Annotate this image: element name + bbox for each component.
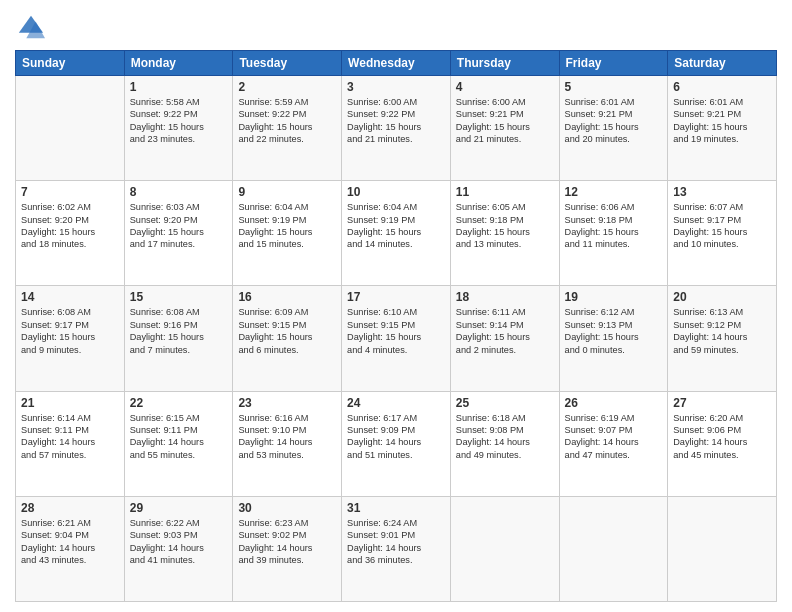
day-number: 13 [673,185,771,199]
calendar-cell: 11Sunrise: 6:05 AM Sunset: 9:18 PM Dayli… [450,181,559,286]
day-info: Sunrise: 6:02 AM Sunset: 9:20 PM Dayligh… [21,201,119,251]
day-info: Sunrise: 6:05 AM Sunset: 9:18 PM Dayligh… [456,201,554,251]
calendar-cell: 13Sunrise: 6:07 AM Sunset: 9:17 PM Dayli… [668,181,777,286]
day-info: Sunrise: 6:04 AM Sunset: 9:19 PM Dayligh… [347,201,445,251]
day-number: 23 [238,396,336,410]
day-number: 14 [21,290,119,304]
day-info: Sunrise: 6:13 AM Sunset: 9:12 PM Dayligh… [673,306,771,356]
day-number: 2 [238,80,336,94]
day-info: Sunrise: 6:00 AM Sunset: 9:21 PM Dayligh… [456,96,554,146]
day-info: Sunrise: 6:08 AM Sunset: 9:17 PM Dayligh… [21,306,119,356]
day-number: 4 [456,80,554,94]
day-number: 20 [673,290,771,304]
day-info: Sunrise: 6:15 AM Sunset: 9:11 PM Dayligh… [130,412,228,462]
calendar-week-row: 21Sunrise: 6:14 AM Sunset: 9:11 PM Dayli… [16,391,777,496]
day-info: Sunrise: 6:23 AM Sunset: 9:02 PM Dayligh… [238,517,336,567]
calendar-cell: 27Sunrise: 6:20 AM Sunset: 9:06 PM Dayli… [668,391,777,496]
day-number: 3 [347,80,445,94]
day-info: Sunrise: 6:00 AM Sunset: 9:22 PM Dayligh… [347,96,445,146]
day-number: 10 [347,185,445,199]
day-number: 22 [130,396,228,410]
day-of-week-header: Tuesday [233,51,342,76]
calendar-cell: 12Sunrise: 6:06 AM Sunset: 9:18 PM Dayli… [559,181,668,286]
calendar-cell: 22Sunrise: 6:15 AM Sunset: 9:11 PM Dayli… [124,391,233,496]
day-of-week-header: Friday [559,51,668,76]
calendar-week-row: 28Sunrise: 6:21 AM Sunset: 9:04 PM Dayli… [16,496,777,601]
calendar-week-row: 1Sunrise: 5:58 AM Sunset: 9:22 PM Daylig… [16,76,777,181]
calendar-cell: 17Sunrise: 6:10 AM Sunset: 9:15 PM Dayli… [342,286,451,391]
calendar-cell [450,496,559,601]
day-of-week-header: Wednesday [342,51,451,76]
calendar-week-row: 7Sunrise: 6:02 AM Sunset: 9:20 PM Daylig… [16,181,777,286]
day-number: 19 [565,290,663,304]
calendar-cell: 3Sunrise: 6:00 AM Sunset: 9:22 PM Daylig… [342,76,451,181]
day-info: Sunrise: 6:08 AM Sunset: 9:16 PM Dayligh… [130,306,228,356]
day-number: 24 [347,396,445,410]
day-info: Sunrise: 6:18 AM Sunset: 9:08 PM Dayligh… [456,412,554,462]
day-info: Sunrise: 6:03 AM Sunset: 9:20 PM Dayligh… [130,201,228,251]
calendar-cell: 10Sunrise: 6:04 AM Sunset: 9:19 PM Dayli… [342,181,451,286]
day-number: 12 [565,185,663,199]
day-info: Sunrise: 6:19 AM Sunset: 9:07 PM Dayligh… [565,412,663,462]
day-number: 30 [238,501,336,515]
day-info: Sunrise: 6:09 AM Sunset: 9:15 PM Dayligh… [238,306,336,356]
calendar-cell: 25Sunrise: 6:18 AM Sunset: 9:08 PM Dayli… [450,391,559,496]
calendar-cell: 14Sunrise: 6:08 AM Sunset: 9:17 PM Dayli… [16,286,125,391]
calendar-cell: 2Sunrise: 5:59 AM Sunset: 9:22 PM Daylig… [233,76,342,181]
calendar-cell: 20Sunrise: 6:13 AM Sunset: 9:12 PM Dayli… [668,286,777,391]
calendar-cell [559,496,668,601]
day-number: 17 [347,290,445,304]
day-number: 25 [456,396,554,410]
day-info: Sunrise: 6:01 AM Sunset: 9:21 PM Dayligh… [565,96,663,146]
calendar-header-row: SundayMondayTuesdayWednesdayThursdayFrid… [16,51,777,76]
logo-icon [17,14,45,42]
day-number: 15 [130,290,228,304]
day-number: 27 [673,396,771,410]
logo [15,14,45,42]
calendar-cell: 28Sunrise: 6:21 AM Sunset: 9:04 PM Dayli… [16,496,125,601]
calendar-cell: 7Sunrise: 6:02 AM Sunset: 9:20 PM Daylig… [16,181,125,286]
day-number: 7 [21,185,119,199]
calendar-cell: 1Sunrise: 5:58 AM Sunset: 9:22 PM Daylig… [124,76,233,181]
calendar-cell: 30Sunrise: 6:23 AM Sunset: 9:02 PM Dayli… [233,496,342,601]
calendar-cell: 16Sunrise: 6:09 AM Sunset: 9:15 PM Dayli… [233,286,342,391]
day-number: 21 [21,396,119,410]
day-of-week-header: Thursday [450,51,559,76]
day-info: Sunrise: 5:58 AM Sunset: 9:22 PM Dayligh… [130,96,228,146]
calendar-cell: 5Sunrise: 6:01 AM Sunset: 9:21 PM Daylig… [559,76,668,181]
day-info: Sunrise: 6:10 AM Sunset: 9:15 PM Dayligh… [347,306,445,356]
day-of-week-header: Monday [124,51,233,76]
calendar-cell: 23Sunrise: 6:16 AM Sunset: 9:10 PM Dayli… [233,391,342,496]
day-number: 9 [238,185,336,199]
day-info: Sunrise: 6:24 AM Sunset: 9:01 PM Dayligh… [347,517,445,567]
calendar-cell: 18Sunrise: 6:11 AM Sunset: 9:14 PM Dayli… [450,286,559,391]
calendar-cell: 24Sunrise: 6:17 AM Sunset: 9:09 PM Dayli… [342,391,451,496]
calendar-cell: 6Sunrise: 6:01 AM Sunset: 9:21 PM Daylig… [668,76,777,181]
day-number: 31 [347,501,445,515]
calendar-cell: 8Sunrise: 6:03 AM Sunset: 9:20 PM Daylig… [124,181,233,286]
page: SundayMondayTuesdayWednesdayThursdayFrid… [0,0,792,612]
day-number: 6 [673,80,771,94]
day-info: Sunrise: 6:12 AM Sunset: 9:13 PM Dayligh… [565,306,663,356]
day-number: 29 [130,501,228,515]
calendar-cell: 4Sunrise: 6:00 AM Sunset: 9:21 PM Daylig… [450,76,559,181]
day-number: 18 [456,290,554,304]
day-info: Sunrise: 6:01 AM Sunset: 9:21 PM Dayligh… [673,96,771,146]
calendar-cell: 31Sunrise: 6:24 AM Sunset: 9:01 PM Dayli… [342,496,451,601]
day-of-week-header: Sunday [16,51,125,76]
header [15,10,777,42]
day-number: 5 [565,80,663,94]
day-number: 11 [456,185,554,199]
day-info: Sunrise: 6:14 AM Sunset: 9:11 PM Dayligh… [21,412,119,462]
day-info: Sunrise: 6:17 AM Sunset: 9:09 PM Dayligh… [347,412,445,462]
calendar-cell: 19Sunrise: 6:12 AM Sunset: 9:13 PM Dayli… [559,286,668,391]
day-info: Sunrise: 6:21 AM Sunset: 9:04 PM Dayligh… [21,517,119,567]
day-of-week-header: Saturday [668,51,777,76]
day-number: 1 [130,80,228,94]
calendar-cell [668,496,777,601]
calendar-cell: 21Sunrise: 6:14 AM Sunset: 9:11 PM Dayli… [16,391,125,496]
calendar-cell: 26Sunrise: 6:19 AM Sunset: 9:07 PM Dayli… [559,391,668,496]
day-info: Sunrise: 5:59 AM Sunset: 9:22 PM Dayligh… [238,96,336,146]
day-info: Sunrise: 6:11 AM Sunset: 9:14 PM Dayligh… [456,306,554,356]
day-info: Sunrise: 6:20 AM Sunset: 9:06 PM Dayligh… [673,412,771,462]
